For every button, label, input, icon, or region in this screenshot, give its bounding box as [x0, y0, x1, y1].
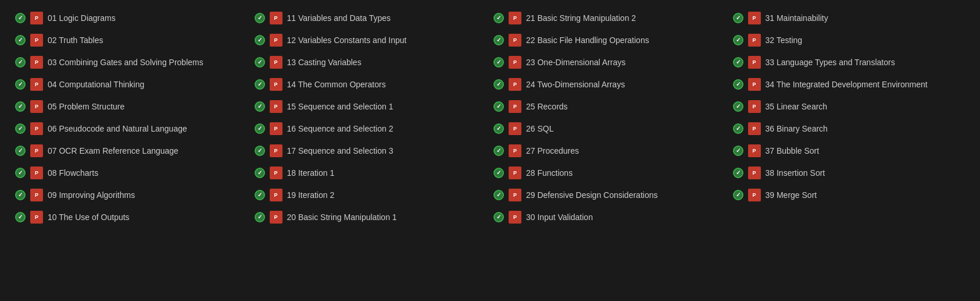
item-label: 08 Flowcharts: [48, 168, 98, 178]
check-icon: [493, 123, 504, 134]
item-label: 34 The Integrated Development Environmen…: [766, 80, 928, 89]
powerpoint-icon: P: [30, 122, 43, 135]
list-item[interactable]: P04 Computational Thinking: [12, 73, 251, 95]
check-icon: [493, 13, 504, 23]
powerpoint-icon: P: [270, 167, 282, 179]
item-label: 30 Input Validation: [526, 213, 593, 222]
check-icon: [15, 101, 26, 112]
check-icon: [15, 57, 26, 68]
item-label: 14 The Common Operators: [287, 80, 386, 89]
list-item[interactable]: P31 Maintainability: [729, 7, 969, 29]
item-label: 37 Bubble Sort: [766, 146, 820, 155]
check-icon: [733, 168, 743, 178]
list-item[interactable]: P39 Merge Sort: [729, 184, 969, 206]
list-item[interactable]: P22 Basic File Handling Operations: [490, 29, 729, 51]
item-label: 15 Sequence and Selection 1: [287, 102, 394, 111]
column-4: P31 MaintainabilityP32 TestingP33 Langua…: [729, 7, 969, 228]
list-item[interactable]: P01 Logic Diagrams: [12, 7, 251, 29]
check-icon: [255, 212, 265, 222]
item-label: 25 Records: [526, 102, 568, 111]
powerpoint-icon: P: [30, 56, 43, 69]
check-icon: [15, 79, 26, 90]
list-item[interactable]: P14 The Common Operators: [251, 73, 491, 95]
list-item[interactable]: P27 Procedures: [490, 140, 729, 162]
check-icon: [255, 168, 265, 178]
lessons-grid: P01 Logic DiagramsP02 Truth TablesP03 Co…: [12, 7, 968, 228]
list-item[interactable]: P38 Insertion Sort: [729, 162, 969, 184]
list-item[interactable]: P08 Flowcharts: [12, 162, 251, 184]
check-icon: [733, 13, 743, 23]
powerpoint-icon: P: [748, 78, 761, 91]
list-item[interactable]: P18 Iteration 1: [251, 162, 491, 184]
powerpoint-icon: P: [509, 56, 521, 69]
list-item[interactable]: P24 Two-Dimensional Arrays: [490, 73, 729, 95]
list-item[interactable]: P06 Pseudocode and Natural Language: [12, 118, 251, 140]
item-label: 35 Linear Search: [766, 102, 828, 111]
powerpoint-icon: P: [748, 56, 761, 69]
item-label: 01 Logic Diagrams: [48, 13, 116, 23]
check-icon: [15, 168, 26, 178]
list-item[interactable]: P35 Linear Search: [729, 95, 969, 118]
column-3: P21 Basic String Manipulation 2P22 Basic…: [490, 7, 729, 228]
check-icon: [15, 190, 26, 200]
powerpoint-icon: P: [509, 189, 521, 201]
check-icon: [493, 146, 504, 156]
list-item[interactable]: P33 Language Types and Translators: [729, 51, 969, 73]
list-item[interactable]: P21 Basic String Manipulation 2: [490, 7, 729, 29]
item-label: 27 Procedures: [526, 146, 579, 155]
list-item[interactable]: P19 Iteration 2: [251, 184, 491, 206]
check-icon: [255, 123, 265, 134]
list-item[interactable]: P16 Sequence and Selection 2: [251, 118, 491, 140]
list-item[interactable]: P03 Combining Gates and Solving Problems: [12, 51, 251, 73]
list-item[interactable]: P29 Defensive Design Considerations: [490, 184, 729, 206]
list-item[interactable]: P20 Basic String Manipulation 1: [251, 206, 491, 228]
list-item[interactable]: P34 The Integrated Development Environme…: [729, 73, 969, 95]
item-label: 26 SQL: [526, 124, 553, 133]
list-item[interactable]: P26 SQL: [490, 118, 729, 140]
list-item[interactable]: P05 Problem Structure: [12, 95, 251, 118]
list-item[interactable]: P37 Bubble Sort: [729, 140, 969, 162]
powerpoint-icon: P: [509, 211, 521, 224]
list-item[interactable]: P13 Casting Variables: [251, 51, 491, 73]
list-item[interactable]: P15 Sequence and Selection 1: [251, 95, 491, 118]
check-icon: [255, 79, 265, 90]
item-label: 04 Computational Thinking: [48, 80, 144, 89]
item-label: 20 Basic String Manipulation 1: [287, 213, 397, 222]
check-icon: [15, 35, 26, 45]
item-label: 22 Basic File Handling Operations: [526, 36, 649, 45]
check-icon: [733, 57, 743, 68]
check-icon: [493, 57, 504, 68]
powerpoint-icon: P: [30, 100, 43, 113]
powerpoint-icon: P: [509, 34, 521, 47]
list-item[interactable]: P10 The Use of Outputs: [12, 206, 251, 228]
item-label: 28 Functions: [526, 168, 573, 178]
list-item[interactable]: P30 Input Validation: [490, 206, 729, 228]
powerpoint-icon: P: [30, 167, 43, 179]
list-item[interactable]: P23 One-Dimensional Arrays: [490, 51, 729, 73]
item-label: 36 Binary Search: [766, 124, 828, 133]
check-icon: [255, 13, 265, 23]
powerpoint-icon: P: [30, 78, 43, 91]
item-label: 03 Combining Gates and Solving Problems: [48, 58, 203, 67]
powerpoint-icon: P: [270, 34, 282, 47]
list-item[interactable]: P17 Sequence and Selection 3: [251, 140, 491, 162]
check-icon: [15, 146, 26, 156]
list-item[interactable]: P12 Variables Constants and Input: [251, 29, 491, 51]
list-item[interactable]: P09 Improving Algorithms: [12, 184, 251, 206]
powerpoint-icon: P: [748, 189, 761, 201]
item-label: 10 The Use of Outputs: [48, 213, 130, 222]
list-item[interactable]: P11 Variables and Data Types: [251, 7, 491, 29]
powerpoint-icon: P: [509, 12, 521, 24]
list-item[interactable]: P02 Truth Tables: [12, 29, 251, 51]
list-item[interactable]: P36 Binary Search: [729, 118, 969, 140]
list-item[interactable]: P25 Records: [490, 95, 729, 118]
powerpoint-icon: P: [30, 211, 43, 224]
item-label: 11 Variables and Data Types: [287, 13, 391, 23]
check-icon: [15, 13, 26, 23]
list-item[interactable]: P32 Testing: [729, 29, 969, 51]
check-icon: [255, 190, 265, 200]
check-icon: [255, 146, 265, 156]
item-label: 06 Pseudocode and Natural Language: [48, 124, 187, 133]
list-item[interactable]: P07 OCR Exam Reference Language: [12, 140, 251, 162]
list-item[interactable]: P28 Functions: [490, 162, 729, 184]
